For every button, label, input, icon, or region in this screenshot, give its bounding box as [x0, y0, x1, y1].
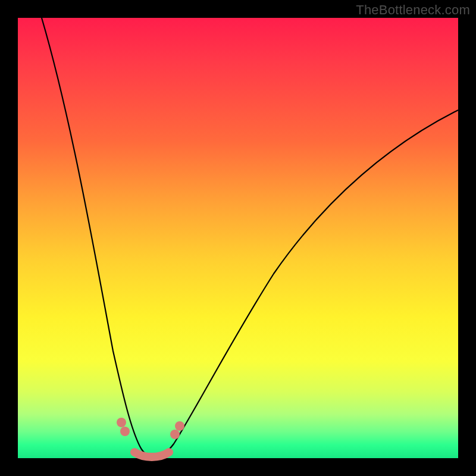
curve-layer [18, 18, 458, 458]
plot-area [18, 18, 458, 458]
highlight-trough [134, 452, 169, 457]
highlight-dot [170, 430, 180, 439]
watermark-text: TheBottleneck.com [356, 2, 470, 18]
highlight-dot [117, 418, 126, 427]
highlight-dot [120, 427, 130, 436]
curve-right-branch [152, 110, 458, 456]
curve-left-branch [42, 18, 152, 456]
highlight-dot [175, 421, 184, 431]
chart-frame: TheBottleneck.com [0, 0, 476, 476]
